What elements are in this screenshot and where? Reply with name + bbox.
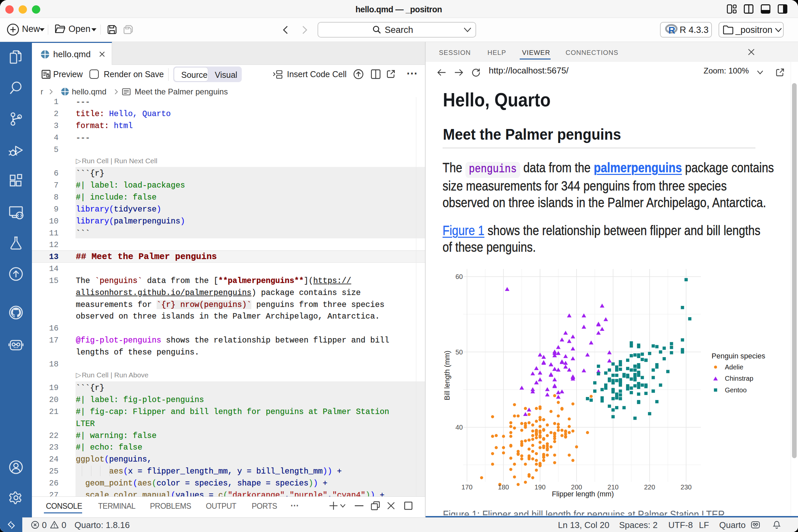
- svg-text:Penguin species: Penguin species: [711, 352, 765, 360]
- svg-text:180: 180: [498, 483, 509, 491]
- svg-text:40: 40: [456, 424, 463, 431]
- svg-text:Chinstrap: Chinstrap: [725, 375, 754, 382]
- svg-text:60: 60: [456, 273, 463, 280]
- svg-text:200: 200: [571, 483, 582, 491]
- svg-text:220: 220: [644, 483, 655, 491]
- svg-text:230: 230: [681, 483, 691, 491]
- svg-text:Bill length (mm): Bill length (mm): [443, 350, 451, 400]
- svg-text:210: 210: [607, 483, 619, 491]
- svg-text:Adelie: Adelie: [725, 363, 743, 371]
- svg-text:170: 170: [461, 483, 473, 491]
- svg-text:190: 190: [535, 483, 546, 491]
- svg-text:Gentoo: Gentoo: [725, 386, 747, 394]
- svg-text:Flipper length (mm): Flipper length (mm): [552, 490, 614, 498]
- svg-text:50: 50: [456, 348, 463, 356]
